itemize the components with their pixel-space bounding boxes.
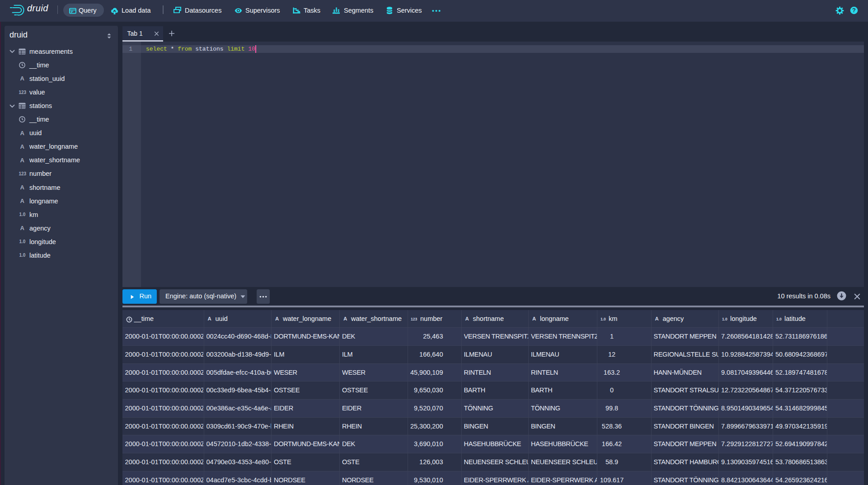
svg-text:?: ? — [852, 7, 856, 14]
